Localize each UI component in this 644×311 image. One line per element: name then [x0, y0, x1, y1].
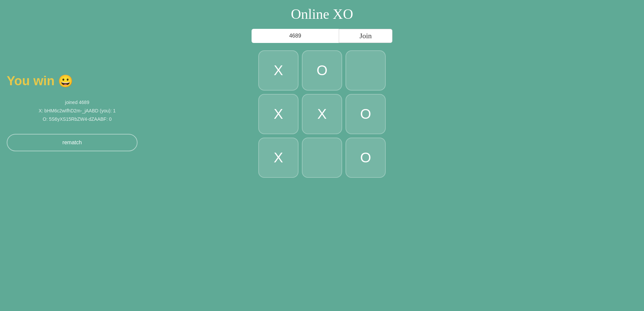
o-score: O: 5S6yXS15RbZW4-dZAABF: 0	[7, 115, 148, 123]
cell-7[interactable]	[302, 138, 342, 178]
cell-5[interactable]: O	[345, 94, 386, 134]
cell-1[interactable]: O	[302, 50, 342, 91]
win-emoji: 😀	[58, 74, 73, 88]
cell-0[interactable]: X	[258, 50, 299, 91]
cell-3[interactable]: X	[258, 94, 299, 134]
cell-4[interactable]: X	[302, 94, 342, 134]
win-text: You win	[7, 74, 55, 88]
app-title: Online XO	[0, 6, 644, 22]
join-row: Join	[0, 29, 644, 43]
left-panel: You win 😀 joined 4689 X: bHM6c2wIfhD2m-_…	[7, 74, 148, 151]
joined-text: joined 4689	[7, 98, 148, 107]
game-info: joined 4689 X: bHM6c2wIfhD2m-_jAABD (you…	[7, 98, 148, 124]
cell-2[interactable]	[345, 50, 386, 91]
cell-8[interactable]: O	[345, 138, 386, 178]
room-input[interactable]	[252, 29, 339, 43]
rematch-button[interactable]: rematch	[7, 134, 138, 151]
game-board: X O X X O X O	[258, 50, 386, 178]
cell-6[interactable]: X	[258, 138, 299, 178]
win-message: You win 😀	[7, 74, 148, 88]
join-button[interactable]: Join	[339, 29, 392, 43]
x-score: X: bHM6c2wIfhD2m-_jAABD (you): 1	[7, 107, 148, 115]
